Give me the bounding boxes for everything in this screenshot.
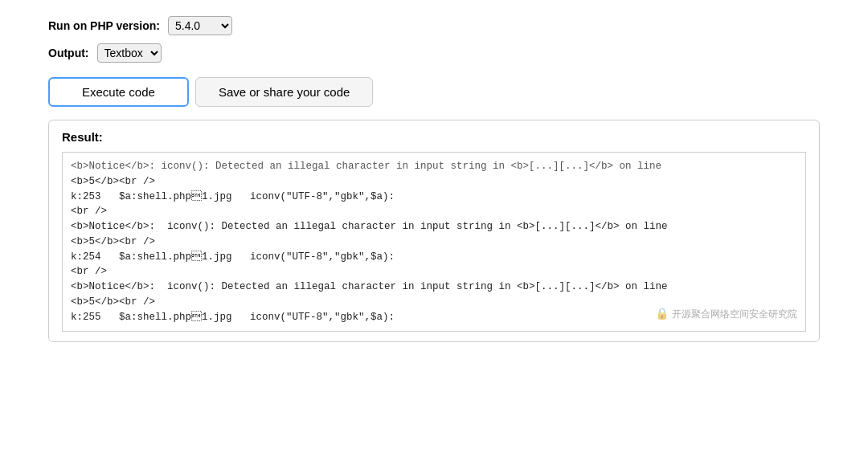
watermark-text: 开源聚合网络空间安全研究院 [672,308,797,322]
output-select[interactable]: Textbox HTML [97,43,162,63]
main-container: Run on PHP version: 5.4.0 5.6.0 7.0.0 Ou… [48,16,820,441]
save-button[interactable]: Save or share your code [195,77,373,107]
result-label: Result: [62,130,806,144]
php-version-select[interactable]: 5.4.0 5.6.0 7.0.0 [168,16,232,35]
output-label: Output: [48,47,89,59]
php-version-label: Run on PHP version: [48,19,160,32]
execute-button[interactable]: Execute code [48,77,189,107]
result-content[interactable]: <b>Notice</b>: iconv(): Detected an ille… [62,152,806,332]
watermark-icon: 🔒 [655,306,669,323]
button-row: Execute code Save or share your code [48,77,820,107]
output-row: Output: Textbox HTML [48,43,820,63]
watermark: 🔒 开源聚合网络空间安全研究院 [655,306,797,323]
result-truncated: <b>Notice</b>: iconv(): Detected an ille… [71,161,661,172]
result-box: Result: <b>Notice</b>: iconv(): Detected… [48,120,820,342]
php-version-row: Run on PHP version: 5.4.0 5.6.0 7.0.0 [48,16,820,35]
